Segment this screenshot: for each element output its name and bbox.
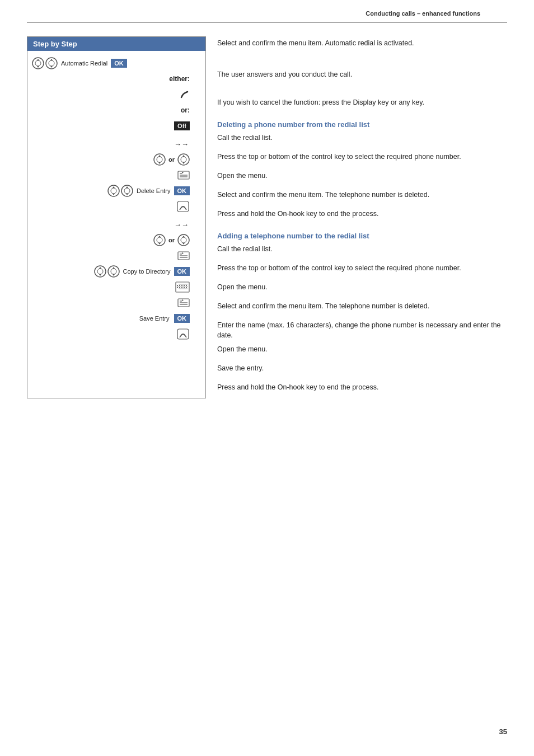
desc-call-redial-2: Call the redial list.	[217, 243, 507, 259]
svg-point-75	[186, 287, 187, 288]
desc-delete-entry: Select and confirm the menu item. The te…	[217, 189, 507, 205]
svg-point-52	[111, 269, 116, 274]
desc-ctrl-select-2: Press the top or bottom of the control k…	[217, 262, 507, 278]
desc-text-phone-answer: The user answers and you conduct the cal…	[217, 69, 507, 80]
step-row-ctrl-or-2: or	[30, 232, 203, 248]
svg-point-1	[35, 60, 41, 66]
step-row-off: Off	[30, 118, 203, 134]
desc-call-redial-1: Call the redial list.	[217, 132, 507, 148]
svg-point-23	[111, 188, 116, 194]
step-box: Step by Step	[27, 36, 206, 398]
desc-save-entry: Save the entry.	[217, 363, 507, 378]
step-row-save-entry: Save Entry OK	[30, 311, 203, 326]
phone-receiver-icon	[179, 89, 190, 100]
page-number: 35	[499, 727, 507, 736]
ok-button-3[interactable]: OK	[174, 267, 190, 276]
desc-text-call-redial-2: Call the redial list.	[217, 243, 507, 255]
desc-text-ctrl-select-1: Press the top or bottom of the control k…	[217, 151, 507, 162]
step-row-copy-directory: Copy to Directory OK	[30, 264, 203, 279]
section-heading-add: Adding a telephone number to the redial …	[217, 232, 507, 240]
desc-automatic-redial: Select and confirm the menu item. Automa…	[217, 37, 507, 53]
desc-keyboard-entry: Enter the name (max. 16 characters), cha…	[217, 320, 507, 340]
ctrl-key-icon-4	[177, 153, 190, 166]
step-row-either: either:	[30, 71, 203, 87]
svg-text:→→: →→	[174, 140, 189, 148]
desc-off: If you wish to cancel the function: pres…	[217, 97, 507, 112]
step-box-body: Automatic Redial OK either:	[27, 51, 205, 346]
ok-button-4[interactable]: OK	[174, 314, 190, 323]
step-row-automatic-redial: Automatic Redial OK	[30, 55, 203, 71]
desc-text-call-redial-1: Call the redial list.	[217, 132, 507, 143]
svg-point-5	[49, 60, 54, 66]
description-area: Select and confirm the menu item. Automa…	[206, 36, 507, 398]
or-label-2: or	[168, 237, 175, 243]
step-row-arrows-1: →→	[30, 136, 203, 152]
ctrl-key-icon-6	[121, 185, 133, 197]
save-entry-label: Save Entry	[139, 315, 170, 322]
svg-text:→→: →→	[174, 220, 189, 228]
svg-point-67	[179, 285, 180, 286]
menu-icon-2	[177, 251, 190, 261]
svg-point-71	[177, 287, 178, 288]
ok-button-1[interactable]: OK	[111, 59, 127, 68]
desc-onhook-2: Press and hold the On-hook key to end th…	[217, 382, 507, 397]
desc-open-menu-3: Open the menu.	[217, 344, 507, 359]
svg-point-39	[181, 237, 186, 243]
step-box-header: Step by Step	[27, 37, 205, 51]
desc-onhook-1: Press and hold the On-hook key to end th…	[217, 208, 507, 224]
desc-text-save-entry: Save the entry.	[217, 363, 507, 374]
svg-rect-55	[176, 282, 189, 292]
section-heading-delete: Deleting a phone number from the redial …	[217, 120, 507, 129]
svg-point-70	[186, 285, 187, 286]
svg-point-73	[181, 287, 182, 288]
desc-ctrl-select-1: Press the top or bottom of the control k…	[217, 151, 507, 167]
desc-text-delete-entry: Select and confirm the menu item. The te…	[217, 189, 507, 200]
ctrl-key-icon-10	[107, 265, 120, 278]
menu-icon-3	[177, 298, 190, 308]
svg-point-69	[184, 285, 185, 286]
onhook-icon-2	[176, 328, 190, 340]
copy-directory-label: Copy to Directory	[123, 268, 171, 275]
desc-text-copy-directory: Select and confirm the menu item. The te…	[217, 300, 507, 312]
svg-point-35	[157, 237, 162, 243]
ctrl-key-icon-2	[45, 57, 58, 69]
step-row-menu-2	[30, 248, 203, 264]
step-row-arrows-2: →→	[30, 217, 203, 232]
ctrl-key-icon-9	[94, 265, 106, 278]
delete-entry-label: Delete Entry	[137, 187, 171, 194]
step-row-menu-1	[30, 167, 203, 183]
double-arrow-icon-2: →→	[174, 220, 190, 228]
step-row-ctrl-or-1: or	[30, 152, 203, 167]
svg-point-74	[184, 287, 185, 288]
desc-open-menu-1: Open the menu.	[217, 170, 507, 186]
step-row-phone	[30, 87, 203, 102]
or-label-1: or	[168, 156, 175, 163]
desc-phone-answer: The user answers and you conduct the cal…	[217, 69, 507, 84]
ctrl-key-icon-7	[153, 234, 166, 246]
step-icons-automatic-redial: Automatic Redial OK	[32, 57, 130, 69]
step-row-menu-3	[30, 295, 203, 311]
svg-point-14	[181, 157, 186, 162]
step-row-onhook-2	[30, 326, 203, 342]
step-row-keyboard	[30, 279, 203, 295]
ctrl-key-icon-3	[153, 153, 166, 166]
svg-point-48	[97, 269, 103, 274]
step-row-or1: or:	[30, 102, 203, 118]
page-header: Conducting calls – enhanced functions	[27, 0, 507, 23]
desc-text-keyboard-entry: Enter the name (max. 16 characters), cha…	[217, 320, 507, 340]
ok-button-2[interactable]: OK	[174, 186, 190, 195]
desc-open-menu-2: Open the menu.	[217, 281, 507, 297]
step-row-onhook-1	[30, 199, 203, 214]
svg-point-66	[177, 285, 178, 286]
ctrl-key-icon-1	[32, 57, 44, 69]
menu-icon-1	[177, 170, 190, 180]
svg-point-27	[124, 188, 130, 194]
off-button[interactable]: Off	[174, 121, 190, 130]
desc-text-off: If you wish to cancel the function: pres…	[217, 97, 507, 108]
step-row-delete-entry: Delete Entry OK	[30, 183, 203, 199]
desc-text-ctrl-select-2: Press the top or bottom of the control k…	[217, 262, 507, 274]
header-title: Conducting calls – enhanced functions	[366, 10, 480, 17]
desc-text-automatic-redial: Select and confirm the menu item. Automa…	[217, 37, 507, 49]
desc-text-open-menu-3: Open the menu.	[217, 344, 507, 355]
desc-text-onhook-2: Press and hold the On-hook key to end th…	[217, 382, 507, 393]
